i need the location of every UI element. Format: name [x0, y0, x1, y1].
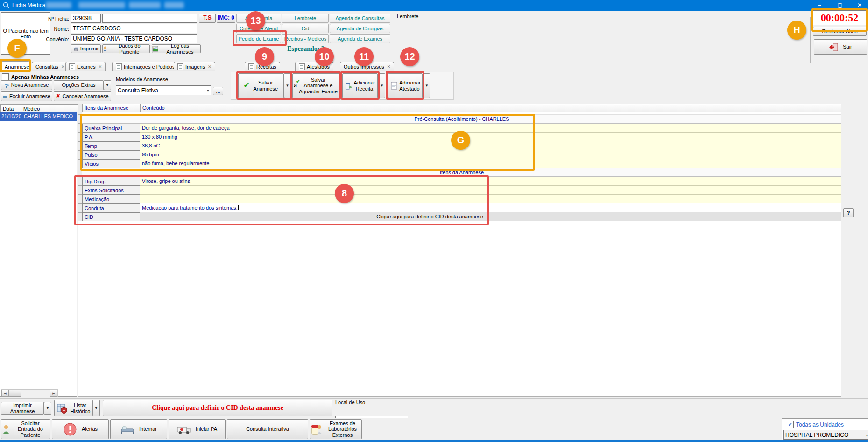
log-anamneses-button[interactable]: ACT Log das Anamneses: [152, 44, 201, 53]
tab-close-icon[interactable]: ✕: [387, 64, 391, 69]
item-value[interactable]: Virose, gripe ou afins.: [140, 177, 841, 186]
grid-col-conteudo[interactable]: Conteúdo: [140, 104, 841, 112]
adicionar-atestado-button[interactable]: Adicionar Atestado: [388, 73, 423, 98]
adicionar-atestado-dropdown[interactable]: ▼: [423, 73, 430, 98]
printer-icon: [73, 46, 79, 51]
tab-label: Anamnese: [5, 64, 29, 70]
history-row-selected[interactable]: 21/10/20 CHARLLES MEDICO: [0, 112, 77, 121]
quick-button-pedido-exame[interactable]: Pedido de Exame: [236, 34, 281, 43]
cancelar-anamnese-button[interactable]: ✘ Cancelar Anamnese: [54, 91, 111, 101]
exames-lab-externos-button[interactable]: Exames de Laboratórios Externos: [310, 419, 362, 439]
salvar-aguardar-exame-button[interactable]: a✔ Salvar Anamnese e Aguardar Exame: [292, 73, 339, 98]
item-value[interactable]: [140, 195, 841, 203]
item-name[interactable]: P.A.: [82, 133, 140, 141]
quick-button-agenda-cirurgias[interactable]: Agenda de Cirurgias: [330, 24, 390, 33]
salvar-anamnese-dropdown[interactable]: ▼: [284, 73, 291, 98]
checkbox-checked-icon[interactable]: ✔: [787, 421, 794, 428]
tab-atestados[interactable]: Atestados: [295, 62, 333, 71]
quick-button-criterio-atend[interactable]: Critério de Atend: [236, 24, 281, 33]
convenio-input[interactable]: UNIMED GOIANIA - TESTE CARDOSO: [71, 34, 197, 43]
unidade-select[interactable]: HOSPITAL PROMEDICO ▼: [783, 430, 868, 440]
nova-anamnese-button[interactable]: Nova Anamnese: [1, 80, 52, 90]
tab-exames[interactable]: Exames✕: [65, 62, 106, 71]
cid-cell[interactable]: Clique aqui para definir o CID desta ana…: [140, 212, 841, 221]
tab-close-icon[interactable]: ✕: [99, 64, 102, 69]
row-indicator: [78, 124, 82, 133]
imprimir-anamnese-dropdown[interactable]: ▼: [44, 402, 51, 415]
item-value[interactable]: [140, 186, 841, 195]
tab-close-icon[interactable]: ✕: [61, 64, 65, 69]
item-name[interactable]: Exms Solicitados: [82, 186, 140, 195]
adicionar-receita-dropdown[interactable]: ▼: [379, 73, 385, 98]
opcoes-extras-dropdown[interactable]: ▼: [104, 80, 111, 90]
quick-button-agenda-exames[interactable]: Agenda de Exames: [330, 34, 390, 43]
minimize-button[interactable]: –: [810, 0, 829, 11]
imprimir-anamnese-button[interactable]: Imprimir Anamnese: [1, 402, 44, 415]
item-name[interactable]: Temp: [82, 141, 140, 150]
conduta-edit-cell[interactable]: Medicação para tratamento dos sintomas.: [140, 203, 841, 212]
help-button[interactable]: ?: [843, 208, 854, 217]
item-name[interactable]: Queixa Principal: [82, 124, 140, 133]
restaurar-abas-button[interactable]: Restaurar Abas: [813, 27, 867, 36]
adicionar-receita-button[interactable]: Adicionar Receita: [342, 73, 378, 98]
item-value[interactable]: 36,8 oC: [140, 141, 841, 150]
apenas-minhas-anamneses[interactable]: Apenas Minhas Anamneses: [2, 73, 79, 80]
document-icon: [69, 63, 75, 70]
tab-imagens[interactable]: Imagens✕: [174, 62, 215, 71]
solicitar-entrada-button[interactable]: Solicitar Entrada do Paciente: [1, 419, 50, 439]
scroll-right-icon[interactable]: ▶: [50, 390, 57, 397]
cid-banner-button[interactable]: Clique aqui para definir o CID desta ana…: [103, 400, 332, 416]
dados-paciente-button[interactable]: Dados do Paciente: [102, 44, 150, 53]
item-name[interactable]: Pulso: [82, 150, 140, 159]
item-value[interactable]: não fuma, bebe regularmente: [140, 159, 841, 168]
checkbox-icon[interactable]: [2, 73, 9, 80]
scroll-thumb[interactable]: [8, 390, 21, 397]
remove-icon: [3, 95, 7, 98]
imprimir-paciente-button[interactable]: Imprimir: [71, 44, 101, 53]
scroll-left-icon[interactable]: ◀: [1, 390, 9, 397]
opcoes-extras-button[interactable]: Opções Extras: [54, 80, 104, 90]
item-name[interactable]: Conduta: [82, 203, 140, 212]
item-value[interactable]: 130 x 80 mmhg: [140, 133, 841, 141]
modelo-more-button[interactable]: ...: [213, 87, 223, 95]
item-name[interactable]: Medicação: [82, 195, 140, 203]
listar-historico-button[interactable]: Listar Histórico: [54, 400, 92, 416]
salvar-anamnese-button[interactable]: ✔ Salvar Anamnese: [238, 73, 284, 98]
quick-button-recibos-medicos[interactable]: Recibos - Médicos: [282, 34, 329, 43]
tab-outros-impressos[interactable]: Outros Impressos✕: [340, 62, 394, 71]
alertas-button[interactable]: Alertas: [52, 419, 109, 439]
close-button[interactable]: ✕: [851, 0, 868, 11]
quick-button-cid[interactable]: Cid: [282, 24, 329, 33]
item-name[interactable]: Vícios: [82, 159, 140, 168]
internar-button[interactable]: Internar: [110, 419, 167, 439]
iniciar-pa-button[interactable]: Iniciar PA: [169, 419, 226, 439]
item-name[interactable]: Hip.Diag.: [82, 177, 140, 186]
history-hscrollbar[interactable]: ◀ ▶: [1, 389, 58, 397]
imc-button[interactable]: IMC: 0: [217, 14, 235, 23]
tab-anamnese[interactable]: Anamnese: [1, 61, 30, 72]
quick-button-lembrete[interactable]: Lembrete: [282, 14, 329, 23]
ficha-input[interactable]: 329098: [71, 14, 101, 23]
tab-close-icon[interactable]: ✕: [208, 64, 212, 69]
ts-button[interactable]: T.S: [199, 14, 216, 23]
listar-historico-dropdown[interactable]: ▼: [92, 400, 100, 416]
quick-button-audiometria[interactable]: Audiometria: [236, 14, 281, 23]
item-name[interactable]: CID: [82, 212, 140, 221]
item-value[interactable]: 95 bpm: [140, 150, 841, 159]
excluir-anamnese-button[interactable]: Excluir Anamnese: [1, 91, 52, 101]
quick-button-agenda-consultas[interactable]: Agenda de Consultas: [330, 14, 390, 23]
modelo-anamnese-value: Consulta Eletiva: [118, 87, 158, 94]
ficha-extra-input[interactable]: [102, 14, 197, 23]
grid-col-itens[interactable]: Ítens da Anamnese: [82, 104, 140, 112]
tab-receitas[interactable]: Receitas: [245, 62, 280, 71]
todas-unidades-checkbox[interactable]: ✔ Todas as Unidades: [787, 421, 844, 428]
tab-consultas[interactable]: Consultas✕: [32, 62, 68, 71]
nome-input[interactable]: TESTE CARDOSO: [71, 24, 197, 33]
sair-button[interactable]: Sair: [814, 39, 867, 55]
item-value[interactable]: Dor de garganta, tosse, dor de cabeça: [140, 124, 841, 133]
maximize-button[interactable]: ▢: [831, 0, 849, 11]
cid-hint-text[interactable]: Clique aqui para definir o CID desta ana…: [376, 214, 483, 219]
consulta-interativa-button[interactable]: Consulta Interativa: [227, 419, 308, 439]
history-col-medico[interactable]: Médico: [21, 104, 81, 113]
modelo-anamnese-select[interactable]: Consulta Eletiva ▼: [116, 85, 211, 95]
